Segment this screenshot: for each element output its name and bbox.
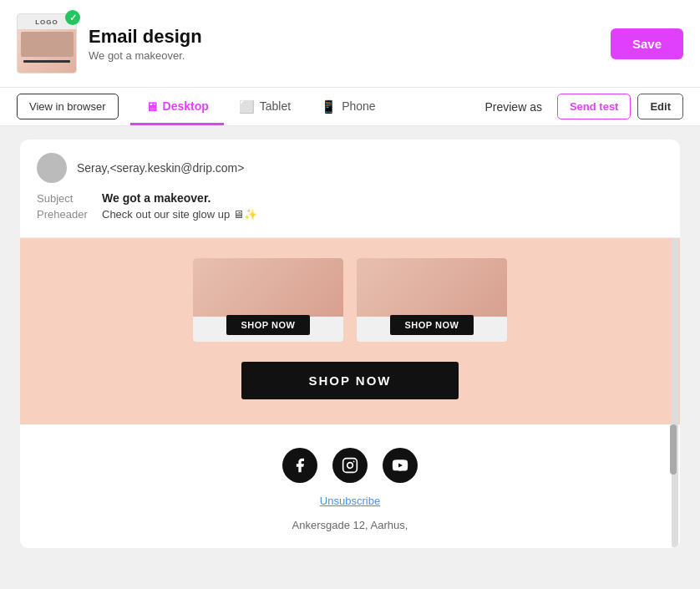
tab-tablet[interactable]: ⬜ Tablet: [224, 88, 306, 125]
products-row: SHOP NOW SHOP NOW: [193, 258, 507, 342]
view-in-browser-button[interactable]: View in browser: [17, 94, 119, 119]
subject-text: We got a makeover.: [102, 191, 211, 205]
preheader-label: Preheader: [37, 208, 95, 221]
pink-section: SHOP NOW SHOP NOW SHOP NOW: [20, 238, 680, 424]
edit-button[interactable]: Edit: [637, 94, 683, 119]
social-footer: Unsubscribe Ankersgade 12, Aarhus,: [20, 424, 680, 548]
email-body: SHOP NOW SHOP NOW SHOP NOW: [20, 238, 680, 548]
facebook-icon[interactable]: [282, 448, 317, 483]
send-test-button[interactable]: Send test: [557, 94, 632, 119]
tab-desktop[interactable]: 🖥 Desktop: [130, 88, 224, 125]
scrollbar-track: [672, 238, 678, 548]
shop-now-button[interactable]: SHOP NOW: [241, 362, 458, 399]
tablet-icon: ⬜: [239, 100, 255, 113]
preheader-row: Preheader Check out our site glow up 🖥✨: [37, 208, 663, 221]
header-title: Email design We got a makeover.: [89, 26, 202, 62]
instagram-icon[interactable]: [332, 448, 368, 483]
page-subtitle: We got a makeover.: [89, 49, 202, 62]
email-thumbnail: LOGO ✓: [17, 13, 77, 74]
preheader-text: Check out our site glow up 🖥✨: [102, 208, 257, 221]
product-card-1: SHOP NOW: [193, 258, 343, 342]
email-scroll-wrap: SHOP NOW SHOP NOW SHOP NOW: [20, 238, 680, 548]
email-preview-container: Seray,<seray.keskin@drip.com> Subject We…: [20, 140, 680, 548]
email-meta: Seray,<seray.keskin@drip.com> Subject We…: [20, 140, 680, 238]
header: LOGO ✓ Email design We got a makeover. S…: [0, 0, 700, 88]
unsubscribe-link[interactable]: Unsubscribe: [320, 495, 380, 507]
avatar: [37, 153, 67, 183]
social-icons: [282, 448, 418, 483]
save-button[interactable]: Save: [611, 28, 683, 59]
sender-row: Seray,<seray.keskin@drip.com>: [37, 153, 663, 183]
sender-name: Seray,<seray.keskin@drip.com>: [77, 161, 244, 175]
tab-phone-label: Phone: [342, 99, 375, 113]
footer-address: Ankersgade 12, Aarhus,: [292, 519, 408, 531]
check-badge: ✓: [65, 10, 80, 25]
svg-rect-0: [343, 459, 358, 473]
tab-group: 🖥 Desktop ⬜ Tablet 📱 Phone: [130, 88, 474, 125]
tab-tablet-label: Tablet: [260, 99, 291, 113]
toolbar: View in browser 🖥 Desktop ⬜ Tablet 📱 Pho…: [0, 88, 700, 126]
subject-row: Subject We got a makeover.: [37, 191, 663, 205]
tab-desktop-label: Desktop: [163, 99, 209, 113]
youtube-icon[interactable]: [383, 448, 418, 483]
product-button-2[interactable]: SHOP NOW: [390, 315, 474, 335]
toolbar-right: Preview as Send test Edit: [476, 94, 683, 119]
tab-phone[interactable]: 📱 Phone: [306, 88, 390, 125]
phone-icon: 📱: [321, 100, 337, 113]
page-title: Email design: [89, 26, 202, 48]
preview-as-label[interactable]: Preview as: [476, 94, 550, 119]
product-card-2: SHOP NOW: [357, 258, 507, 342]
desktop-icon: 🖥: [145, 100, 158, 113]
subject-label: Subject: [37, 192, 95, 205]
scrollbar-thumb[interactable]: [670, 424, 677, 475]
product-button-1[interactable]: SHOP NOW: [226, 315, 311, 335]
header-left: LOGO ✓ Email design We got a makeover.: [17, 13, 611, 74]
